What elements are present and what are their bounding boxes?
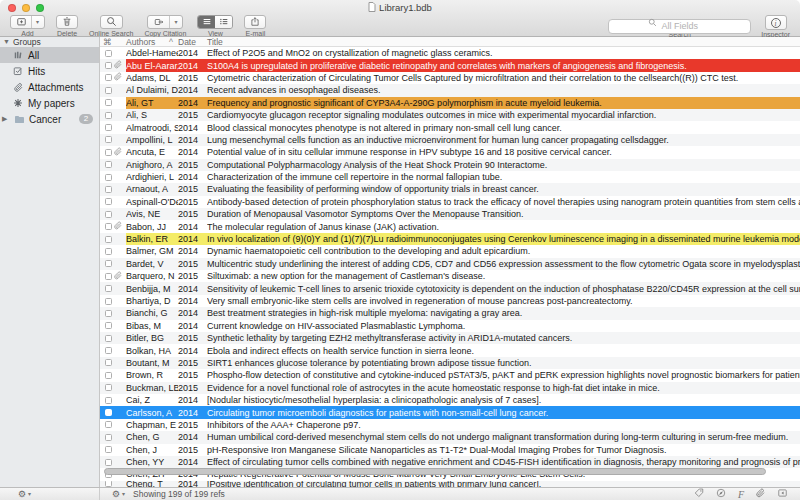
view-segmented-control[interactable]: View [197,15,233,38]
row-checkbox[interactable] [105,409,112,416]
table-row[interactable]: Anighoro, A2015Computational Polypharmac… [100,159,800,171]
table-row[interactable]: Brown, R2015Phospho-flow detection of co… [100,369,800,381]
email-button[interactable]: E-mail [244,15,266,38]
row-checkbox[interactable] [105,174,112,181]
row-checkbox[interactable] [105,384,112,391]
tag-icon[interactable] [694,488,704,500]
row-checkbox[interactable] [105,248,112,255]
table-row[interactable]: Bitler, BG2015Synthetic lethality by tar… [100,332,800,344]
row-checkbox[interactable] [105,74,112,81]
row-checkbox[interactable] [105,211,112,218]
table-row[interactable]: Chen, G2014Human umbilical cord-derived … [100,431,800,443]
disclosure-triangle-icon[interactable]: ▶ [2,115,9,123]
table-row[interactable]: Adams, DL2015Cytometric characterization… [100,72,800,84]
search-field[interactable] [608,15,751,30]
table-row[interactable]: Cheng, T2014[Positive identification of … [100,481,800,487]
drawer-toggle-icon[interactable] [777,488,788,500]
disclosure-triangle-icon[interactable]: ▼ [3,38,10,46]
row-checkbox[interactable] [105,434,112,441]
row-checkbox[interactable] [105,372,112,379]
row-checkbox[interactable] [105,223,112,230]
table-row[interactable]: Balmer, GM2014Dynamic haematopoietic cel… [100,245,800,257]
row-checkbox[interactable] [105,421,112,428]
column-header-select[interactable]: ⌘ [100,37,126,47]
inspector-button[interactable]: i [765,15,787,30]
search-input[interactable] [608,19,751,34]
row-checkbox[interactable] [105,298,112,305]
row-checkbox[interactable] [105,273,112,280]
table-row[interactable]: Boutant, M2015SIRT1 enhances glucose tol… [100,357,800,369]
online-search-button[interactable]: Online Search [89,15,133,38]
table-row[interactable]: Bibas, M2014Current knowledge on HIV-ass… [100,320,800,332]
sidebar-item-all[interactable]: All [0,47,99,63]
sidebar-item-cancer[interactable]: ▶ Cancer 2 [0,111,99,127]
table-row[interactable]: Buckman, LB2015Evidence for a novel func… [100,382,800,394]
row-checkbox[interactable] [105,459,112,466]
detail-view-icon[interactable] [215,16,232,28]
table-row[interactable]: Abdel-Hameed2014Effect of P2O5 and MnO2 … [100,47,800,59]
table-row[interactable]: Babon, JJ2014The molecular regulation of… [100,220,800,232]
table-row[interactable]: Bolkan, HA2014Ebola and indirect effects… [100,344,800,356]
sidebar-item-hits[interactable]: Hits [0,63,99,79]
table-row[interactable]: Bardet, V2015Multicentric study underlin… [100,258,800,270]
table-row[interactable]: Carlsson, A2014Circulating tumor microem… [100,406,800,418]
browse-icon[interactable] [716,488,726,500]
sidebar-item-attachments[interactable]: Attachments [0,79,99,95]
column-header-date[interactable]: Date [178,37,207,47]
table-row[interactable]: Cai, Z2014[Nodular histiocytic/mesotheli… [100,394,800,406]
paperclip-icon[interactable] [756,488,765,500]
table-row[interactable]: Barquero, N2015Siltuximab: a new option … [100,270,800,282]
row-checkbox[interactable] [105,322,112,329]
table-row[interactable]: Chen, YY2014Effect of circulating tumor … [100,456,800,468]
column-header-authors[interactable]: Authors ^ [126,37,178,47]
row-checkbox[interactable] [105,198,112,205]
row-checkbox[interactable] [105,99,112,106]
row-checkbox[interactable] [105,186,112,193]
row-checkbox[interactable] [105,335,112,342]
row-checkbox[interactable] [105,285,112,292]
row-checkbox[interactable] [105,347,112,354]
row-checkbox[interactable] [105,446,112,453]
table-row[interactable]: Almatroodi, SA2014Blood classical monocy… [100,121,800,133]
table-row[interactable]: Bhartiya, D2014Very small embryonic-like… [100,295,800,307]
horizontal-scrollbar-thumb[interactable] [104,468,766,475]
list-view-icon[interactable] [198,16,215,28]
copy-citation-button[interactable]: ▾ Copy Citation [144,15,186,38]
groups-header[interactable]: ▼ Groups [0,37,99,47]
row-checkbox[interactable] [105,161,112,168]
delete-button[interactable]: Delete [56,15,78,38]
table-row[interactable]: Ancuta, E2014Potential value of in situ … [100,146,800,158]
table-row[interactable]: Balkin, ER2014In vivo localization of (9… [100,233,800,245]
table-row[interactable]: Al Dulaimi, D2014Recent advances in oeso… [100,84,800,96]
table-row[interactable]: Abu El-Aarar, A2014S100A4 is upregulated… [100,59,800,71]
table-row[interactable]: Arnaout, A2015Evaluating the feasibility… [100,183,800,195]
row-checkbox[interactable] [105,149,112,156]
table-row[interactable]: Avis, NE2015Duration of Menopausal Vasom… [100,208,800,220]
row-checkbox[interactable] [105,62,112,69]
table-row[interactable]: Ampollini, L2014Lung mesenchymal cells f… [100,134,800,146]
row-checkbox[interactable] [105,397,112,404]
column-header-title[interactable]: Title [207,37,800,47]
row-checkbox[interactable] [105,124,112,131]
row-checkbox[interactable] [105,359,112,366]
table-row[interactable]: Ali, GT2014Frequency and prognostic sign… [100,97,800,109]
row-checkbox[interactable] [105,50,112,57]
row-checkbox[interactable] [105,481,112,487]
table-row[interactable]: Benbijja, M2014Sensitivity of leukemic T… [100,282,800,294]
table-row[interactable]: Aspinall-O'Dea2015Antibody-based detecti… [100,196,800,208]
table-row[interactable]: Bianchi, G2014Best treatment strategies … [100,307,800,319]
table-row[interactable]: Chen, J2015pH-Responsive Iron Manganese … [100,444,800,456]
format-icon[interactable]: F [738,489,744,500]
row-checkbox[interactable] [105,310,112,317]
row-checkbox[interactable] [105,236,112,243]
table-row[interactable]: Ardighieri, L2014Characterization of the… [100,171,800,183]
sidebar-item-my-papers[interactable]: My papers [0,95,99,111]
list-action-menu[interactable]: ⚙ ▾ [100,489,125,499]
add-button[interactable]: ▾ Add [10,15,45,38]
row-checkbox[interactable] [105,87,112,94]
table-row[interactable]: Chapman, E2015Inhibitors of the AAA+ Cha… [100,419,800,431]
row-checkbox[interactable] [105,136,112,143]
row-checkbox[interactable] [105,260,112,267]
table-row[interactable]: Ali, S2015Cardiomyocyte glucagon recepto… [100,109,800,121]
row-checkbox[interactable] [105,112,112,119]
